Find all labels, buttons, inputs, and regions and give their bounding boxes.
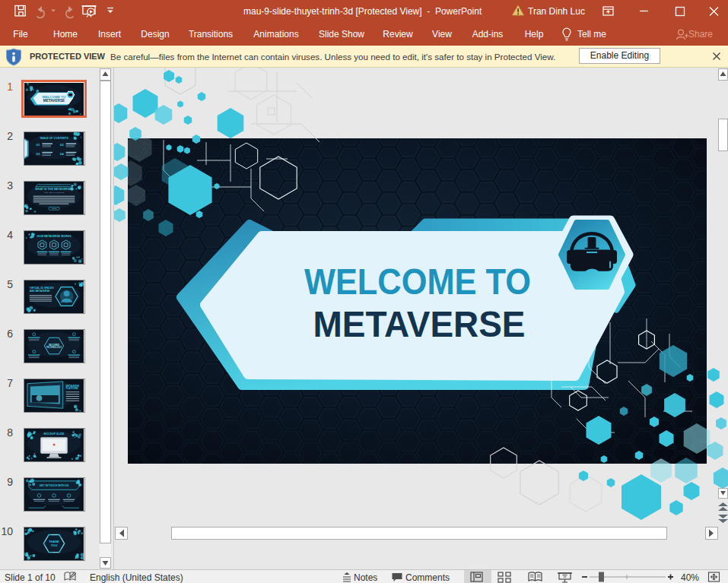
svg-text:04: 04 (60, 152, 64, 156)
svg-text:WHAT IS THE METAVERSE?: WHAT IS THE METAVERSE? (35, 188, 73, 191)
svg-text:TECHNOLOGY: TECHNOLOGY (46, 346, 62, 349)
svg-text:THANK: THANK (49, 540, 59, 543)
svg-text:METAVERSE: METAVERSE (43, 99, 65, 103)
svg-text:PLATFORM: PLATFORM (66, 387, 79, 390)
svg-text:01: 01 (37, 143, 40, 147)
svg-text:MOCKUP SLIDE: MOCKUP SLIDE (44, 432, 65, 436)
svg-text:HOW METAVERSE WORKS: HOW METAVERSE WORKS (37, 235, 72, 238)
svg-text:METAVERSE: METAVERSE (313, 303, 526, 344)
svg-text:TABLE OF CONTENTS: TABLE OF CONTENTS (40, 137, 68, 140)
svg-text:AND METAVERSE: AND METAVERSE (30, 290, 49, 293)
svg-text:WELCOME TO: WELCOME TO (304, 261, 531, 302)
svg-text:02: 02 (60, 143, 64, 147)
svg-text:MORE: MORE (52, 208, 57, 209)
svg-text:AND HOW IT WORKS?: AND HOW IT WORKS? (44, 192, 65, 194)
svg-text:GET IN TOUCH WITH US: GET IN TOUCH WITH US (40, 484, 69, 487)
svg-text:YOU: YOU (51, 544, 58, 547)
svg-text:03: 03 (37, 152, 40, 156)
svg-text:WELCOME TO: WELCOME TO (43, 95, 66, 99)
